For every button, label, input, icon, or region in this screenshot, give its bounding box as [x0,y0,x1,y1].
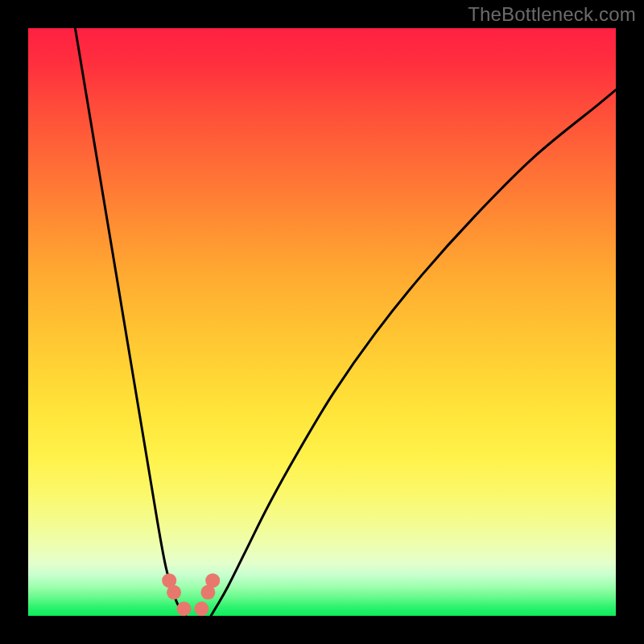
plot-svg [28,28,616,616]
plot-area [28,28,616,616]
right-dot-lower [200,585,215,600]
chart-frame: TheBottleneck.com [0,0,644,644]
curves-group [75,28,616,616]
valley-cap-right [194,601,208,616]
left-dot-lower [167,585,181,600]
valley-cap-left [176,601,191,616]
series-left-curve [75,28,185,616]
watermark-text: TheBottleneck.com [468,3,636,26]
markers-group [162,573,220,616]
series-right-curve [211,90,616,616]
